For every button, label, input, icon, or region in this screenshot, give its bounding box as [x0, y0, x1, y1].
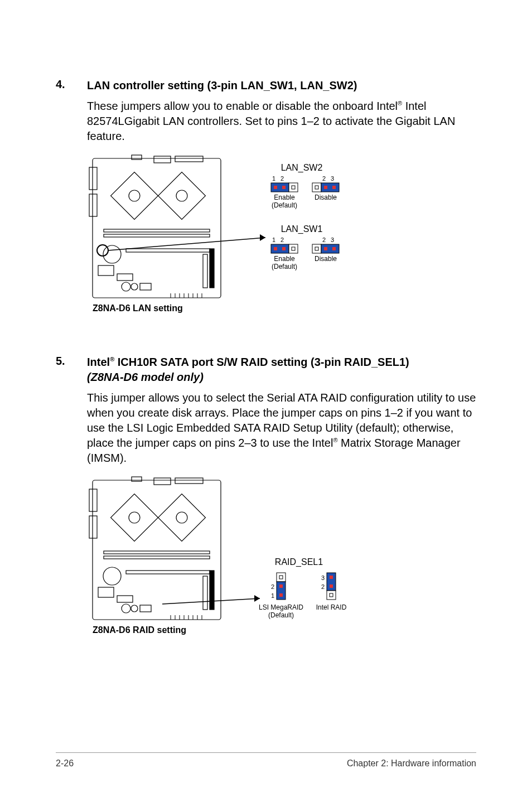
pin3-label: 3	[331, 175, 334, 182]
svg-rect-54	[154, 478, 171, 485]
svg-rect-43	[274, 247, 277, 250]
svg-rect-32	[271, 183, 289, 192]
svg-rect-10	[104, 229, 210, 232]
default-label2: (Default)	[272, 263, 297, 270]
svg-point-29	[97, 245, 108, 256]
raid-sel1-block: RAID_SEL1 2 1 LSI MegaRAID (Default)	[259, 557, 347, 619]
svg-point-16	[122, 282, 130, 291]
pin2-label2: 2	[280, 236, 284, 243]
pin2b-label2: 2	[322, 236, 326, 243]
svg-rect-51	[332, 247, 336, 250]
svg-rect-5	[89, 194, 97, 216]
section-5-diagram: Z8NA-D6 RAID setting RAID_SEL1	[87, 476, 476, 643]
section-4-diagram: Z8NA-D6 LAN setting LAN_SW2 1 2	[87, 154, 476, 321]
section-5-subtitle: (Z8NA-D6 model only)	[87, 371, 204, 383]
intel-label: Intel RAID	[316, 603, 347, 611]
svg-rect-91	[327, 591, 336, 600]
svg-point-61	[176, 512, 187, 523]
arrow-icon	[108, 234, 265, 250]
svg-point-59	[129, 512, 140, 523]
footer: 2-26 Chapter 2: Hardware information	[56, 752, 476, 769]
svg-rect-1	[132, 155, 142, 160]
svg-rect-0	[93, 158, 221, 298]
svg-rect-58	[111, 494, 158, 542]
raid-pin1: 1	[271, 592, 274, 599]
svg-rect-19	[210, 249, 214, 288]
svg-rect-6	[111, 172, 158, 220]
svg-rect-34	[282, 186, 286, 189]
section-5-body-sup: ®	[333, 437, 337, 443]
svg-rect-37	[312, 183, 321, 192]
section-5-title-a: Intel	[87, 356, 110, 368]
svg-rect-39	[321, 183, 339, 192]
svg-rect-14	[98, 265, 114, 276]
svg-rect-90	[330, 584, 333, 588]
pin2-label: 2	[280, 175, 284, 182]
footer-right: Chapter 2: Hardware information	[347, 758, 476, 769]
section-4-body-sup: ®	[398, 100, 402, 107]
disable-label: Disable	[315, 194, 337, 201]
default-label: (Default)	[272, 201, 297, 209]
page: 4. LAN controller setting (3-pin LAN_SW1…	[0, 0, 532, 643]
svg-rect-65	[126, 571, 210, 574]
pin1-label2: 1	[272, 236, 275, 243]
svg-point-69	[131, 605, 138, 612]
section-4-body-a: These jumpers allow you to enable or dis…	[87, 100, 398, 112]
section-4-body: These jumpers allow you to enable or dis…	[87, 99, 476, 144]
svg-point-17	[131, 283, 138, 290]
svg-rect-35	[289, 183, 298, 192]
section-4-number: 4.	[56, 78, 87, 93]
svg-point-7	[129, 190, 140, 201]
svg-rect-62	[104, 551, 210, 554]
svg-rect-8	[158, 172, 206, 220]
svg-rect-53	[132, 477, 142, 481]
svg-rect-49	[321, 244, 339, 253]
svg-rect-66	[98, 587, 114, 597]
pin3-label2: 3	[331, 236, 334, 243]
svg-rect-60	[158, 494, 206, 542]
svg-rect-70	[140, 605, 151, 612]
svg-rect-89	[330, 576, 333, 579]
raid-pin3: 3	[321, 574, 325, 581]
svg-marker-31	[260, 234, 265, 241]
svg-rect-63	[104, 556, 210, 559]
svg-marker-82	[254, 595, 260, 602]
svg-rect-52	[93, 480, 221, 620]
lan-caption: Z8NA-D6 LAN setting	[93, 303, 183, 313]
section-5-body: This jumper allows you to select the Ser…	[87, 390, 476, 466]
svg-rect-33	[274, 186, 277, 189]
lsi-label: LSI MegaRAID	[259, 603, 303, 611]
lan-diagram-svg: Z8NA-D6 LAN setting LAN_SW2 1 2	[87, 154, 388, 321]
section-5-number: 5.	[56, 355, 87, 385]
svg-rect-40	[324, 186, 327, 189]
svg-rect-67	[117, 596, 133, 602]
svg-rect-2	[154, 156, 171, 163]
svg-rect-57	[89, 516, 97, 538]
motherboard-outline-2	[89, 477, 221, 620]
svg-rect-20	[203, 254, 207, 288]
svg-rect-87	[279, 593, 283, 597]
section-4: 4. LAN controller setting (3-pin LAN_SW1…	[56, 78, 476, 321]
svg-rect-18	[140, 283, 151, 290]
section-5: 5. Intel® ICH10R SATA port S/W RAID sett…	[56, 355, 476, 643]
svg-point-9	[176, 190, 187, 201]
disable-label2: Disable	[315, 255, 337, 263]
svg-rect-45	[289, 244, 298, 253]
raid-pin2b: 2	[321, 583, 325, 590]
lan-sw1-label: LAN_SW1	[281, 224, 323, 234]
pin1-label: 1	[272, 175, 275, 182]
lan-sw2-label: LAN_SW2	[281, 163, 323, 173]
svg-rect-3	[175, 156, 203, 162]
svg-rect-44	[282, 247, 286, 250]
lan-sw2-block: LAN_SW2 1 2 Enable (Default) 2 3	[271, 163, 339, 209]
svg-point-64	[103, 567, 121, 585]
svg-rect-55	[175, 478, 203, 484]
footer-left: 2-26	[56, 758, 74, 769]
section-5-title: Intel® ICH10R SATA port S/W RAID setting…	[87, 355, 409, 385]
svg-rect-42	[271, 244, 289, 253]
svg-rect-47	[312, 244, 321, 253]
svg-rect-71	[210, 571, 214, 610]
svg-rect-13	[126, 249, 210, 252]
section-5-heading: 5. Intel® ICH10R SATA port S/W RAID sett…	[56, 355, 476, 385]
section-4-title: LAN controller setting (3-pin LAN_SW1, L…	[87, 78, 357, 93]
